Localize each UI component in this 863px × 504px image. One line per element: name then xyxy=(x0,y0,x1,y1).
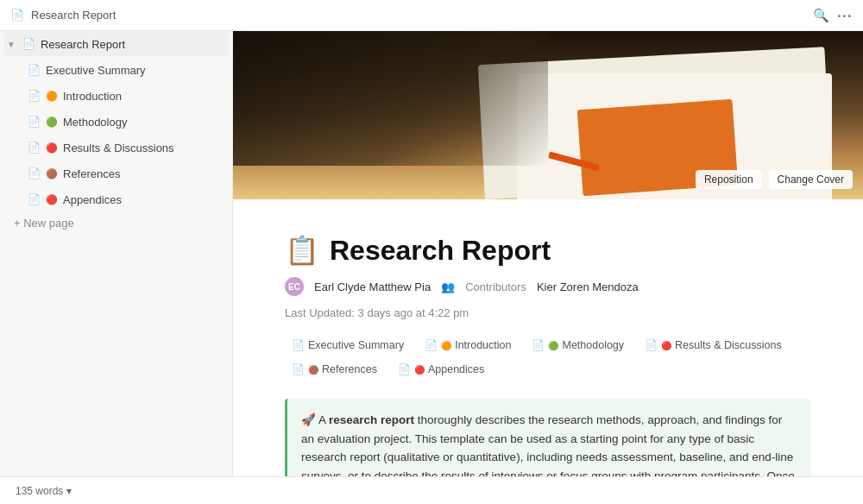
chip-icon-4: 📄 xyxy=(292,363,305,375)
page-title-icon: 📋 xyxy=(285,234,319,267)
word-count-chevron: ▾ xyxy=(66,485,72,497)
sidebar-item-icon-2: 📄 xyxy=(28,116,41,128)
sidebar-item-appendices[interactable]: 📄 🔴 Appendices xyxy=(3,187,229,211)
chip-label-5: Appendices xyxy=(428,363,484,375)
contributors-icon: 👥 xyxy=(441,280,455,293)
chip-icon-0: 📄 xyxy=(292,339,305,351)
chip-icon-3: 📄 xyxy=(645,339,658,351)
sidebar-item-methodology[interactable]: 📄 🟢 Methodology xyxy=(3,110,229,134)
sidebar-item-color-4: 🟤 xyxy=(46,168,58,180)
sidebar-item-label-5: Appendices xyxy=(63,193,122,206)
change-cover-button[interactable]: Change Cover xyxy=(769,170,853,189)
sidebar-item-color-5: 🔴 xyxy=(46,194,58,205)
word-count-text: 135 words xyxy=(16,485,63,497)
more-icon[interactable]: ⋯ xyxy=(836,6,853,25)
callout-green: 🚀 A research report thoroughly describes… xyxy=(285,399,811,476)
chip-label-2: Methodology xyxy=(562,339,624,351)
sidebar-item-icon-4: 📄 xyxy=(28,167,41,180)
author-name: Earl Clyde Matthew Pia xyxy=(314,280,431,293)
sidebar-item-label-1: Introduction xyxy=(63,90,122,103)
chip-icon-5: 📄 xyxy=(398,363,411,375)
chip-color-3: 🔴 xyxy=(661,341,671,350)
sidebar-item-label-4: References xyxy=(63,167,120,180)
page-title-row: 📋 Research Report xyxy=(285,234,811,267)
sidebar-item-color-3: 🔴 xyxy=(46,142,58,154)
page-icon-small: 📄 xyxy=(10,9,24,22)
sub-pages-row: 📄 Executive Summary 📄 🟠 Introduction 📄 🟢… xyxy=(285,337,811,378)
chip-icon-2: 📄 xyxy=(532,339,545,351)
top-bar: 📄 Research Report 🔍 ⋯ xyxy=(0,0,863,31)
sidebar-root-label: Research Report xyxy=(41,38,125,51)
sidebar-root-item[interactable]: ▼ 📄 Research Report xyxy=(3,32,229,56)
chip-label-0: Executive Summary xyxy=(308,339,404,351)
sub-page-chip-3[interactable]: 📄 🔴 Results & Discussions xyxy=(638,337,789,354)
sidebar-item-executive-summary[interactable]: 📄 Executive Summary xyxy=(3,58,229,82)
cover-image: Reposition Change Cover xyxy=(233,31,863,199)
page-content: 📋 Research Report EC Earl Clyde Matthew … xyxy=(233,199,863,476)
expand-icon: ▼ xyxy=(7,40,16,49)
bottom-bar: 135 words ▾ xyxy=(0,476,863,504)
sidebar-item-icon-1: 📄 xyxy=(28,90,41,102)
cover-buttons: Reposition Change Cover xyxy=(696,170,853,189)
sidebar-item-results[interactable]: 📄 🔴 Results & Discussions xyxy=(3,135,229,160)
sub-page-chip-5[interactable]: 📄 🔴 Appendices xyxy=(391,361,491,378)
sub-page-chip-0[interactable]: 📄 Executive Summary xyxy=(285,337,411,354)
last-updated: Last Updated: 3 days ago at 4:22 pm xyxy=(285,306,469,319)
chip-label-3: Results & Discussions xyxy=(675,339,782,351)
sidebar-item-icon-5: 📄 xyxy=(28,193,41,205)
chip-label-1: Introduction xyxy=(455,339,511,351)
new-page-label: + New page xyxy=(14,217,74,230)
callout-green-text: A research report thoroughly describes t… xyxy=(301,413,795,476)
sidebar-item-color-2: 🟢 xyxy=(46,117,58,128)
top-bar-title: Research Report xyxy=(31,9,806,22)
chip-color-2: 🟢 xyxy=(548,341,558,350)
content-area: Reposition Change Cover 📋 Research Repor… xyxy=(233,31,863,476)
sub-page-chip-4[interactable]: 📄 🟤 References xyxy=(285,361,384,378)
sidebar: ▼ 📄 Research Report 📄 Executive Summary … xyxy=(0,31,233,476)
word-count-button[interactable]: 135 words ▾ xyxy=(10,483,77,499)
sub-page-chip-2[interactable]: 📄 🟢 Methodology xyxy=(525,337,631,354)
callout-green-icon: 🚀 xyxy=(301,413,318,426)
sidebar-item-introduction[interactable]: 📄 🟠 Introduction xyxy=(3,84,229,108)
sub-page-chip-1[interactable]: 📄 🟠 Introduction xyxy=(418,337,518,354)
search-icon[interactable]: 🔍 xyxy=(813,8,829,23)
main-layout: ▼ 📄 Research Report 📄 Executive Summary … xyxy=(0,31,863,476)
shadow-overlay xyxy=(233,31,548,166)
sidebar-item-label-3: Results & Discussions xyxy=(63,142,174,154)
sidebar-item-label-0: Executive Summary xyxy=(46,64,146,77)
sidebar-root-icon: 📄 xyxy=(22,38,35,50)
top-bar-actions: 🔍 ⋯ xyxy=(813,6,853,25)
author-avatar: EC xyxy=(285,277,304,296)
chip-color-5: 🔴 xyxy=(414,365,425,375)
sidebar-item-label-2: Methodology xyxy=(63,116,127,129)
chip-label-4: References xyxy=(322,363,377,375)
chip-icon-1: 📄 xyxy=(425,339,438,351)
reposition-button[interactable]: Reposition xyxy=(696,170,762,189)
contributors-label: Contributors xyxy=(465,280,526,293)
sidebar-item-references[interactable]: 📄 🟤 References xyxy=(3,161,229,186)
sidebar-item-color-1: 🟠 xyxy=(46,91,58,102)
sidebar-item-icon-3: 📄 xyxy=(28,142,41,154)
contributors-name: Kier Zoren Mendoza xyxy=(537,280,639,293)
page-title: Research Report xyxy=(330,235,551,267)
new-page-button[interactable]: + New page xyxy=(3,213,229,233)
chip-color-4: 🟤 xyxy=(308,365,318,375)
sidebar-item-icon-0: 📄 xyxy=(28,64,41,76)
author-initials: EC xyxy=(288,282,300,292)
chip-color-1: 🟠 xyxy=(441,341,451,350)
meta-row: EC Earl Clyde Matthew Pia 👥 Contributors… xyxy=(285,277,811,319)
